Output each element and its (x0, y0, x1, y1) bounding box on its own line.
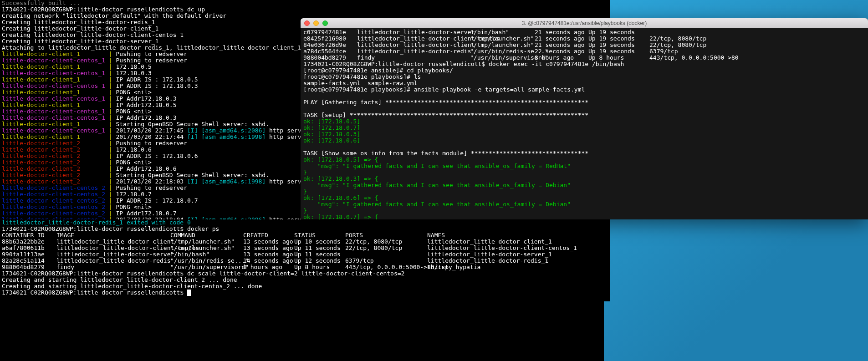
text: Successfully built ... (2, 0, 80, 6)
terminal-line: [root@c0797947481e playbooks]# ls (303, 74, 865, 80)
text: Starting OpenBSD Secure Shell server: ss… (116, 121, 269, 127)
text: [root@c0797947481e playbooks]# ansible-p… (303, 86, 585, 93)
text: 2017/03/20 22:17:45 (116, 127, 187, 134)
cursor-icon (187, 290, 191, 296)
text: | (109, 89, 116, 96)
ansible-msg: "msg": "I gathered facts and I can see t… (303, 201, 571, 208)
text: Creating littledoctor_little-doctor-clie… (2, 31, 184, 38)
text: 172.18.0.5 (116, 63, 151, 70)
text: | (109, 140, 116, 147)
compose-service: little-doctor-client_2 (2, 159, 109, 166)
text: IP Addr172.18.0.6 (116, 165, 176, 172)
text: | (109, 197, 116, 204)
terminal-line: ok: [172.18.0.5] (303, 118, 865, 125)
docker-ps-row: 88b63a22bb2elittledoctor_little-doctor-c… (2, 239, 608, 245)
compose-service: little-doctor-client-centos_1 (2, 108, 109, 115)
docker-ps-row: 990fa11f13aelittledoctor_little-doctor-s… (2, 251, 608, 258)
text: Pushing to redserver (116, 57, 187, 64)
compose-service: little-doctor-client-centos_2 (2, 197, 109, 204)
text: PONG <nil> (116, 159, 151, 166)
terminal-bottom[interactable]: littledoctor_little-doctor-redis_1 exite… (0, 219, 610, 301)
terminal-line: Creating and starting littledoctor_littl… (2, 277, 608, 283)
ansible-msg: "msg": "I gathered facts and I can see t… (303, 182, 571, 188)
ansible-ok: ok: [172.18.0.3] (303, 131, 360, 137)
compose-service: little-doctor-client_1 (2, 102, 109, 108)
text: | (109, 159, 116, 166)
text: | (109, 178, 116, 185)
terminal-right-window[interactable]: 3. @c0797947481e:/usr/ansible/playbooks … (301, 18, 868, 219)
text: [I] [asm_amd64.s:2086] (187, 127, 266, 134)
docker-ps-header: CONTAINER IDIMAGECOMMANDCREATEDSTATUSPOR… (2, 232, 608, 239)
text: | (109, 191, 116, 198)
compose-service: little-doctor-client_1 (2, 63, 109, 70)
prompt-line: 1734021-C02RQ08ZG8WP:little-doctor russe… (303, 61, 624, 67)
text: 172.18.0.7 (116, 191, 151, 198)
text: Creating network "littledoctor_default" … (2, 12, 226, 19)
terminal-line: "msg": "I gathered facts and I can see t… (303, 201, 865, 208)
text: 172.18.0.3 (116, 70, 151, 76)
text: | (109, 63, 116, 70)
docker-ps-row: 82a28c51a114littledoctor_little-doctor-r… (2, 258, 608, 264)
text: Creating and starting littledoctor_littl… (2, 283, 262, 290)
terminal-line: [root@c0797947481e playbooks]# ansible-p… (303, 86, 865, 93)
terminal-line: ok: [172.18.0.7] (303, 125, 865, 131)
terminal-line: PLAY [Gathering facts] *****************… (303, 99, 865, 106)
ansible-ok: ok: [172.18.0.3] => { (303, 175, 378, 182)
text: | (109, 146, 116, 153)
compose-service: little-doctor-client_2 (2, 165, 109, 172)
window-titlebar[interactable]: 3. @c0797947481e:/usr/ansible/playbooks … (301, 18, 868, 28)
text: sample-facts.yml sample-raw.yml (303, 80, 417, 86)
compose-service: little-doctor-client-centos_1 (2, 114, 109, 121)
terminal-line: ok: [172.18.0.6] (303, 137, 865, 144)
ansible-ok: } (303, 188, 307, 195)
compose-service: little-doctor-client-centos_2 (2, 203, 109, 210)
text: [root@c0797947481e ansible]# cd playbook… (303, 67, 453, 74)
docker-ps-row: a784c5564fcelittledoctor_little-doctor-r… (303, 48, 865, 55)
text: [I] [asm_amd64.s:1998] (187, 133, 266, 140)
prompt-line: 1734021-C02RQ08ZG8WP:little-doctor russe… (2, 270, 404, 277)
compose-service: little-doctor-client-centos_1 (2, 70, 109, 76)
ansible-ok: ok: [172.18.0.6] => { (303, 194, 378, 201)
compose-service: little-doctor-client_1 (2, 121, 109, 127)
text: PONG <nil> (116, 203, 151, 210)
terminal-line: ok: [172.18.0.3] (303, 131, 865, 137)
terminal-line: } (303, 208, 865, 214)
terminal-line: 1734021-C02RQ08ZG8WP:little-doctor russe… (2, 6, 608, 13)
text: | (109, 102, 116, 108)
prompt-line: 1734021-C02RQ08ZG8WP:little-doctor russe… (2, 225, 219, 232)
text: Creating littledoctor_little-doctor-serv… (2, 38, 158, 45)
text: 172.18.0.6 (116, 146, 151, 153)
window-title: 3. @c0797947481e:/usr/ansible/playbooks … (301, 20, 868, 26)
compose-service: little-doctor-client-centos_1 (2, 95, 109, 102)
ansible-task-header: TASK [Show some os info from the facts m… (303, 150, 588, 157)
text: IP Addr172.18.0.7 (116, 210, 176, 217)
ansible-msg: "msg": "I gathered facts and I can see t… (303, 163, 571, 169)
text: IP ADDR IS : 172.18.0.6 (116, 153, 198, 159)
docker-ps-row: e8425f216980littledoctor_little-doctor-c… (303, 36, 865, 42)
text: IP Addr172.18.0.5 (116, 102, 176, 108)
terminal-line: } (303, 169, 865, 176)
text: | (109, 108, 116, 115)
prompt-line: 1734021-C02RQ08ZG8WP:little-doctor russe… (2, 6, 205, 13)
docker-ps-row: 988004bd8279findy"/usr/bin/supervisord"8… (2, 264, 608, 270)
terminal-line: 1734021-C02RQ08ZG8WP:little-doctor russe… (2, 290, 608, 296)
ansible-ok: } (303, 169, 307, 176)
compose-service: little-doctor-client-centos_2 (2, 191, 109, 198)
terminal-line: ok: [172.18.0.7] => { (303, 214, 865, 219)
text: [I] [asm_amd64.s:1998] (187, 178, 266, 185)
ansible-ok: } (303, 207, 307, 214)
ansible-play-header: PLAY [Gathering facts] *****************… (303, 99, 588, 106)
text: Creating littledoctor_little-doctor-redi… (2, 19, 155, 25)
terminal-line (303, 106, 865, 112)
compose-service: little-doctor-client_1 (2, 76, 109, 83)
text: | (109, 165, 116, 172)
terminal-line: ok: [172.18.0.6] => { (303, 195, 865, 201)
terminal-line: TASK [setup] ***************************… (303, 112, 865, 118)
ansible-ok: ok: [172.18.0.5] (303, 118, 360, 125)
compose-service: little-doctor-client_1 (2, 89, 109, 96)
terminal-line: "msg": "I gathered facts and I can see t… (303, 163, 865, 169)
text: 2017/03/20 22:17:44 (116, 133, 187, 140)
text: | (109, 210, 116, 217)
text: | (109, 127, 116, 134)
text: PONG <nil> (116, 108, 151, 115)
